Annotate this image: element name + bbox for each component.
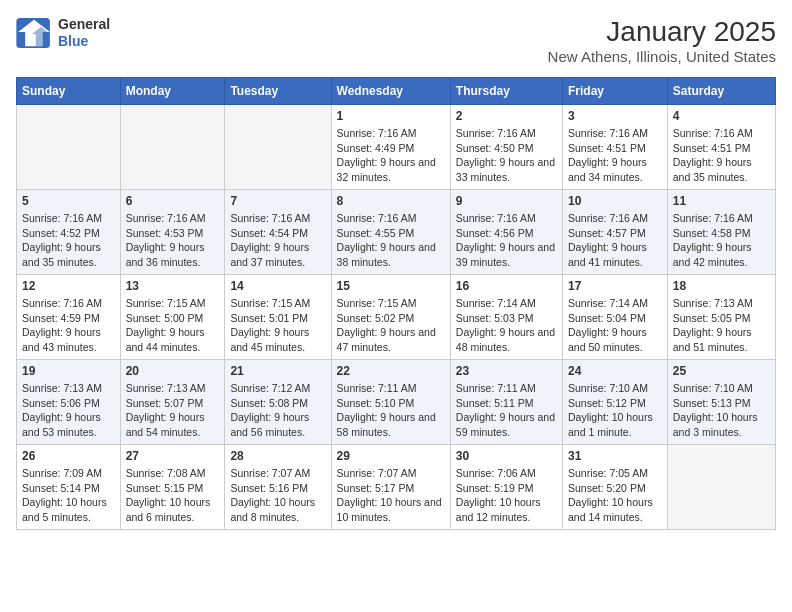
day-cell: 27Sunrise: 7:08 AM Sunset: 5:15 PM Dayli…: [120, 445, 225, 530]
day-cell: 21Sunrise: 7:12 AM Sunset: 5:08 PM Dayli…: [225, 360, 331, 445]
day-info: Sunrise: 7:14 AM Sunset: 5:03 PM Dayligh…: [456, 296, 557, 355]
day-info: Sunrise: 7:16 AM Sunset: 4:51 PM Dayligh…: [568, 126, 662, 185]
logo-line1: General: [58, 16, 110, 33]
day-cell: 31Sunrise: 7:05 AM Sunset: 5:20 PM Dayli…: [563, 445, 668, 530]
week-row-3: 12Sunrise: 7:16 AM Sunset: 4:59 PM Dayli…: [17, 275, 776, 360]
header-sunday: Sunday: [17, 78, 121, 105]
day-number: 30: [456, 449, 557, 463]
logo: General Blue: [16, 16, 110, 50]
day-number: 14: [230, 279, 325, 293]
day-cell: 12Sunrise: 7:16 AM Sunset: 4:59 PM Dayli…: [17, 275, 121, 360]
day-info: Sunrise: 7:10 AM Sunset: 5:12 PM Dayligh…: [568, 381, 662, 440]
day-info: Sunrise: 7:08 AM Sunset: 5:15 PM Dayligh…: [126, 466, 220, 525]
day-cell: 23Sunrise: 7:11 AM Sunset: 5:11 PM Dayli…: [450, 360, 562, 445]
day-number: 26: [22, 449, 115, 463]
day-cell: 18Sunrise: 7:13 AM Sunset: 5:05 PM Dayli…: [667, 275, 775, 360]
day-info: Sunrise: 7:16 AM Sunset: 4:50 PM Dayligh…: [456, 126, 557, 185]
day-number: 6: [126, 194, 220, 208]
day-number: 16: [456, 279, 557, 293]
calendar-table: SundayMondayTuesdayWednesdayThursdayFrid…: [16, 77, 776, 530]
day-info: Sunrise: 7:16 AM Sunset: 4:53 PM Dayligh…: [126, 211, 220, 270]
week-row-2: 5Sunrise: 7:16 AM Sunset: 4:52 PM Daylig…: [17, 190, 776, 275]
week-row-5: 26Sunrise: 7:09 AM Sunset: 5:14 PM Dayli…: [17, 445, 776, 530]
day-cell: 7Sunrise: 7:16 AM Sunset: 4:54 PM Daylig…: [225, 190, 331, 275]
day-number: 10: [568, 194, 662, 208]
day-number: 24: [568, 364, 662, 378]
day-number: 25: [673, 364, 770, 378]
day-cell: 26Sunrise: 7:09 AM Sunset: 5:14 PM Dayli…: [17, 445, 121, 530]
day-cell: 8Sunrise: 7:16 AM Sunset: 4:55 PM Daylig…: [331, 190, 450, 275]
header-row: SundayMondayTuesdayWednesdayThursdayFrid…: [17, 78, 776, 105]
day-cell: [667, 445, 775, 530]
day-info: Sunrise: 7:07 AM Sunset: 5:16 PM Dayligh…: [230, 466, 325, 525]
day-info: Sunrise: 7:12 AM Sunset: 5:08 PM Dayligh…: [230, 381, 325, 440]
day-info: Sunrise: 7:11 AM Sunset: 5:10 PM Dayligh…: [337, 381, 445, 440]
day-info: Sunrise: 7:07 AM Sunset: 5:17 PM Dayligh…: [337, 466, 445, 525]
day-cell: 10Sunrise: 7:16 AM Sunset: 4:57 PM Dayli…: [563, 190, 668, 275]
day-number: 20: [126, 364, 220, 378]
day-info: Sunrise: 7:13 AM Sunset: 5:07 PM Dayligh…: [126, 381, 220, 440]
day-number: 7: [230, 194, 325, 208]
day-cell: 2Sunrise: 7:16 AM Sunset: 4:50 PM Daylig…: [450, 105, 562, 190]
day-number: 22: [337, 364, 445, 378]
day-info: Sunrise: 7:16 AM Sunset: 4:54 PM Dayligh…: [230, 211, 325, 270]
day-number: 15: [337, 279, 445, 293]
day-cell: 22Sunrise: 7:11 AM Sunset: 5:10 PM Dayli…: [331, 360, 450, 445]
day-info: Sunrise: 7:16 AM Sunset: 4:57 PM Dayligh…: [568, 211, 662, 270]
day-cell: 28Sunrise: 7:07 AM Sunset: 5:16 PM Dayli…: [225, 445, 331, 530]
day-cell: 24Sunrise: 7:10 AM Sunset: 5:12 PM Dayli…: [563, 360, 668, 445]
day-cell: 17Sunrise: 7:14 AM Sunset: 5:04 PM Dayli…: [563, 275, 668, 360]
day-cell: 11Sunrise: 7:16 AM Sunset: 4:58 PM Dayli…: [667, 190, 775, 275]
day-number: 5: [22, 194, 115, 208]
day-number: 4: [673, 109, 770, 123]
day-info: Sunrise: 7:16 AM Sunset: 4:52 PM Dayligh…: [22, 211, 115, 270]
week-row-1: 1Sunrise: 7:16 AM Sunset: 4:49 PM Daylig…: [17, 105, 776, 190]
day-info: Sunrise: 7:13 AM Sunset: 5:06 PM Dayligh…: [22, 381, 115, 440]
day-cell: 29Sunrise: 7:07 AM Sunset: 5:17 PM Dayli…: [331, 445, 450, 530]
day-number: 27: [126, 449, 220, 463]
day-number: 23: [456, 364, 557, 378]
header-tuesday: Tuesday: [225, 78, 331, 105]
day-cell: [17, 105, 121, 190]
day-cell: 25Sunrise: 7:10 AM Sunset: 5:13 PM Dayli…: [667, 360, 775, 445]
day-info: Sunrise: 7:06 AM Sunset: 5:19 PM Dayligh…: [456, 466, 557, 525]
day-cell: 3Sunrise: 7:16 AM Sunset: 4:51 PM Daylig…: [563, 105, 668, 190]
day-cell: 6Sunrise: 7:16 AM Sunset: 4:53 PM Daylig…: [120, 190, 225, 275]
day-number: 1: [337, 109, 445, 123]
day-info: Sunrise: 7:05 AM Sunset: 5:20 PM Dayligh…: [568, 466, 662, 525]
logo-line2: Blue: [58, 33, 110, 50]
header-thursday: Thursday: [450, 78, 562, 105]
day-number: 17: [568, 279, 662, 293]
day-number: 9: [456, 194, 557, 208]
day-cell: 5Sunrise: 7:16 AM Sunset: 4:52 PM Daylig…: [17, 190, 121, 275]
day-cell: [225, 105, 331, 190]
day-info: Sunrise: 7:14 AM Sunset: 5:04 PM Dayligh…: [568, 296, 662, 355]
day-info: Sunrise: 7:16 AM Sunset: 4:58 PM Dayligh…: [673, 211, 770, 270]
day-cell: 14Sunrise: 7:15 AM Sunset: 5:01 PM Dayli…: [225, 275, 331, 360]
day-number: 8: [337, 194, 445, 208]
logo-text: General Blue: [58, 16, 110, 50]
day-number: 3: [568, 109, 662, 123]
day-info: Sunrise: 7:16 AM Sunset: 4:49 PM Dayligh…: [337, 126, 445, 185]
calendar-title: January 2025: [548, 16, 776, 48]
header-friday: Friday: [563, 78, 668, 105]
day-cell: 4Sunrise: 7:16 AM Sunset: 4:51 PM Daylig…: [667, 105, 775, 190]
day-info: Sunrise: 7:15 AM Sunset: 5:00 PM Dayligh…: [126, 296, 220, 355]
logo-icon: [16, 18, 52, 48]
day-cell: 13Sunrise: 7:15 AM Sunset: 5:00 PM Dayli…: [120, 275, 225, 360]
day-number: 19: [22, 364, 115, 378]
week-row-4: 19Sunrise: 7:13 AM Sunset: 5:06 PM Dayli…: [17, 360, 776, 445]
day-info: Sunrise: 7:09 AM Sunset: 5:14 PM Dayligh…: [22, 466, 115, 525]
day-cell: 15Sunrise: 7:15 AM Sunset: 5:02 PM Dayli…: [331, 275, 450, 360]
day-cell: 19Sunrise: 7:13 AM Sunset: 5:06 PM Dayli…: [17, 360, 121, 445]
title-block: January 2025 New Athens, Illinois, Unite…: [548, 16, 776, 65]
day-info: Sunrise: 7:16 AM Sunset: 4:59 PM Dayligh…: [22, 296, 115, 355]
day-info: Sunrise: 7:16 AM Sunset: 4:51 PM Dayligh…: [673, 126, 770, 185]
day-cell: 9Sunrise: 7:16 AM Sunset: 4:56 PM Daylig…: [450, 190, 562, 275]
day-cell: [120, 105, 225, 190]
day-info: Sunrise: 7:11 AM Sunset: 5:11 PM Dayligh…: [456, 381, 557, 440]
day-number: 12: [22, 279, 115, 293]
header-saturday: Saturday: [667, 78, 775, 105]
day-info: Sunrise: 7:13 AM Sunset: 5:05 PM Dayligh…: [673, 296, 770, 355]
day-cell: 1Sunrise: 7:16 AM Sunset: 4:49 PM Daylig…: [331, 105, 450, 190]
